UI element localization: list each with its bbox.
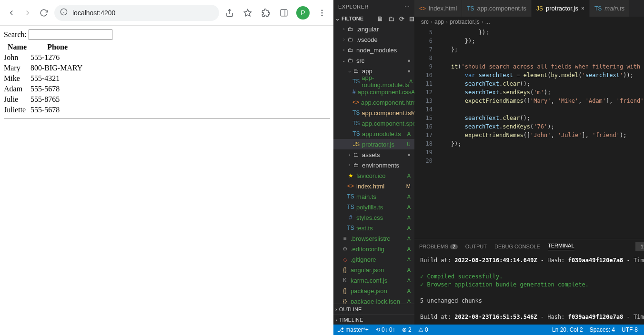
new-file-icon[interactable]: 🗎 (377, 15, 383, 22)
table-row: Adam555-5678 (4, 84, 84, 94)
terminal-select[interactable]: 1: node (635, 242, 644, 251)
svg-point-7 (322, 10, 323, 11)
errors-indicator[interactable]: ⊗ 2 (402, 326, 412, 333)
terminal-panel: PROBLEMS 2OUTPUTDEBUG CONSOLETERMINAL1: … (414, 239, 644, 325)
explorer-more-icon[interactable]: ⋯ (404, 4, 410, 10)
info-icon (60, 8, 68, 18)
sync-indicator[interactable]: ⟲ 0↓ 0↑ (375, 326, 395, 333)
panel-tab[interactable]: OUTPUT (465, 244, 487, 249)
file-item[interactable]: {}package.jsonA (333, 286, 414, 296)
back-button[interactable] (6, 7, 17, 19)
browser-window: localhost:4200 P Search: Name Phone (0, 0, 333, 335)
hr-divider (4, 118, 330, 118)
explorer-title: EXPLORER (338, 4, 369, 10)
folder-item[interactable]: ›🗀assets● (333, 149, 414, 160)
file-item[interactable]: ≡.browserslistrcA (333, 233, 414, 244)
folder-item[interactable]: ›🗀node_modules (333, 45, 414, 55)
editor-body[interactable]: 567891011121314151617181920 }); }); }; i… (414, 27, 644, 239)
editor-tab[interactable]: TSapp.component.ts (462, 0, 532, 17)
outline-panel[interactable]: ›OUTLINE (333, 304, 414, 314)
indentation[interactable]: Spaces: 4 (590, 326, 615, 333)
status-bar: ⎇ master*+ ⟲ 0↓ 0↑ ⊗ 2 ⚠ 0 Ln 20, Col 2 … (333, 325, 644, 335)
svg-marker-4 (244, 9, 252, 16)
browser-toolbar: localhost:4200 P (0, 0, 333, 26)
file-item[interactable]: ◇.gitignoreA (333, 254, 414, 265)
file-item[interactable]: ★favicon.icoA (333, 170, 414, 181)
extensions-icon[interactable] (260, 7, 272, 19)
table-row: John555-1276 (4, 52, 84, 63)
editor-tabs: <>index.htmlTSapp.component.tsJSprotract… (414, 0, 644, 17)
panel-tab[interactable]: TERMINAL (548, 243, 574, 250)
browser-content: Search: Name Phone John555-1276Mary800-B… (0, 26, 333, 122)
new-folder-icon[interactable]: 🗀 (388, 15, 394, 22)
bookmark-star-icon[interactable] (242, 7, 253, 19)
panel-tab[interactable]: DEBUG CONSOLE (494, 244, 540, 249)
chevron-down-icon: ⌄ (335, 16, 340, 22)
vscode-window: EXPLORER ⋯ ⌄ FILTONE 🗎 🗀 ⟳ ⊟ ›🗀.angular›… (333, 0, 644, 335)
table-row: Mary800-BIG-MARY (4, 63, 84, 73)
svg-point-9 (322, 14, 323, 16)
share-icon[interactable] (224, 7, 235, 19)
file-item[interactable]: TStest.tsA (333, 223, 414, 233)
svg-point-8 (322, 12, 323, 13)
folder-item[interactable]: ›🗀.angular (333, 24, 414, 34)
reload-button[interactable] (38, 7, 50, 19)
search-label: Search: (4, 30, 27, 39)
encoding[interactable]: UTF-8 (622, 326, 638, 333)
file-item[interactable]: {}angular.jsonA (333, 265, 414, 275)
file-item[interactable]: #app.component.cssA (333, 87, 414, 97)
line-numbers: 567891011121314151617181920 (414, 27, 437, 239)
warnings-indicator[interactable]: ⚠ 0 (418, 326, 428, 333)
folder-item[interactable]: ›🗀.vscode (333, 34, 414, 45)
file-item[interactable]: TSapp.component.spec.tsA (333, 118, 414, 128)
file-item[interactable]: TSapp-routing.module.tsA (333, 76, 414, 87)
editor-tab[interactable]: JSprotractor.js× (532, 0, 590, 17)
file-item[interactable]: {}package-lock.jsonA (333, 296, 414, 304)
refresh-icon[interactable]: ⟳ (399, 15, 404, 22)
url-text: localhost:4200 (72, 9, 115, 17)
panel-tab[interactable]: PROBLEMS 2 (419, 244, 458, 249)
collapse-icon[interactable]: ⊟ (409, 15, 414, 22)
folder-item[interactable]: ⌄🗀src● (333, 55, 414, 66)
th-phone: Phone (30, 42, 84, 52)
file-item[interactable]: <>index.htmlM (333, 181, 414, 191)
table-row: Mike555-4321 (4, 73, 84, 84)
table-row: Juliette555-5678 (4, 105, 84, 115)
file-item[interactable]: TSmain.tsA (333, 191, 414, 202)
svg-rect-5 (281, 10, 287, 16)
project-section[interactable]: ⌄ FILTONE 🗎 🗀 ⟳ ⊟ (333, 13, 414, 24)
editor-tab[interactable]: <>index.html (414, 0, 462, 17)
cursor-position[interactable]: Ln 20, Col 2 (552, 326, 583, 333)
terminal-output[interactable]: Build at: 2022-08-23T16:49:14.649Z - Has… (414, 254, 644, 325)
file-item[interactable]: Kkarma.conf.jsA (333, 275, 414, 286)
tab-close-icon[interactable]: × (581, 5, 584, 12)
file-item[interactable]: TSpolyfills.tsA (333, 202, 414, 212)
file-tree: ›🗀.angular›🗀.vscode›🗀node_modules⌄🗀src●⌄… (333, 24, 414, 304)
search-input[interactable] (29, 30, 112, 40)
editor-tab[interactable]: TSmain.ts (590, 0, 630, 17)
menu-icon[interactable] (316, 7, 328, 19)
branch-indicator[interactable]: ⎇ master*+ (337, 326, 369, 333)
project-name: FILTONE (342, 16, 363, 21)
profile-avatar[interactable]: P (296, 6, 310, 20)
file-item[interactable]: ⚙.editorconfigA (333, 244, 414, 254)
side-panel-icon[interactable] (278, 7, 290, 19)
url-bar[interactable]: localhost:4200 (54, 5, 219, 21)
data-table: Name Phone John555-1276Mary800-BIG-MARYM… (4, 42, 84, 115)
code-content[interactable]: }); }); }; it('should search across all … (437, 27, 644, 239)
file-item[interactable]: TSapp.module.tsA (333, 128, 414, 139)
panel-tabs: PROBLEMS 2OUTPUTDEBUG CONSOLETERMINAL1: … (414, 239, 644, 254)
th-name: Name (4, 42, 30, 52)
editor-area: <>index.htmlTSapp.component.tsJSprotract… (414, 0, 644, 325)
forward-button[interactable] (22, 7, 33, 19)
file-item[interactable]: TSapp.component.tsM (333, 108, 414, 118)
file-item[interactable]: JSprotractor.jsU (333, 139, 414, 149)
explorer-sidebar: EXPLORER ⋯ ⌄ FILTONE 🗎 🗀 ⟳ ⊟ ›🗀.angular›… (333, 0, 414, 325)
timeline-panel[interactable]: ›TIMELINE (333, 314, 414, 325)
file-item[interactable]: #styles.cssA (333, 212, 414, 223)
folder-item[interactable]: ›🗀environments (333, 160, 414, 170)
file-item[interactable]: <>app.component.htmlA (333, 97, 414, 108)
breadcrumbs[interactable]: src › app › protractor.js › ... (414, 17, 644, 27)
table-row: Julie555-8765 (4, 94, 84, 105)
